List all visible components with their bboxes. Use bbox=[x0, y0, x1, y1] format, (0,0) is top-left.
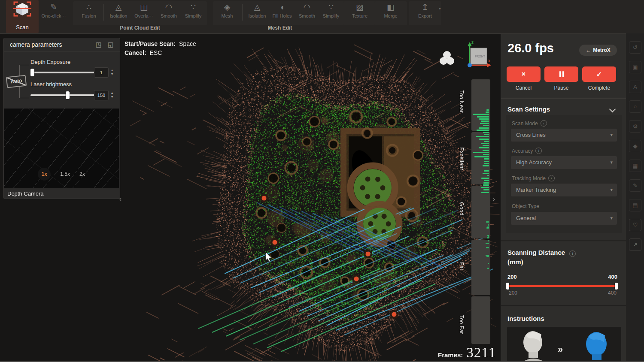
toolbar-export-button[interactable]: ↥ Export bbox=[413, 3, 437, 24]
depth-histogram-bar bbox=[486, 112, 489, 113]
cascade-windows-icon[interactable]: ◱ bbox=[108, 41, 114, 48]
toolbar-merge-button[interactable]: ◧ Merge bbox=[378, 3, 403, 24]
edit-icon[interactable]: ✎ bbox=[629, 179, 641, 192]
complete-scan-button[interactable]: ✓ bbox=[582, 66, 616, 82]
toolbar-mesh-isolation-button[interactable]: ◬ Isolation bbox=[245, 3, 270, 24]
nav-cube-face-label: FRONT bbox=[475, 55, 486, 58]
check-icon: ✓ bbox=[596, 70, 602, 78]
depth-histogram-bar bbox=[479, 127, 489, 129]
range-max-handle[interactable] bbox=[615, 283, 618, 290]
depth-exposure-label: Depth Exposure bbox=[30, 59, 70, 65]
toolbar-mesh-simplify-button[interactable]: ∵ Simplify bbox=[319, 3, 343, 24]
depth-exposure-slider[interactable] bbox=[30, 72, 95, 73]
toolbar-mesh-smooth-button[interactable]: ◠ Smooth bbox=[295, 3, 319, 24]
range-max-sub: 400 bbox=[608, 290, 617, 296]
share-icon[interactable]: ↗ bbox=[629, 238, 641, 251]
caret-down-icon: ▾ bbox=[610, 187, 613, 193]
depth-exposure-thumb[interactable] bbox=[30, 69, 34, 76]
depth-histogram-bar bbox=[473, 152, 489, 153]
nav-cube[interactable]: z FRONT x bbox=[465, 39, 491, 69]
scan-control-panel: 26.0 fps ← MetroX × ✓ Cancel Pause Compl… bbox=[500, 33, 627, 362]
smooth-icon: ◠ bbox=[165, 3, 173, 12]
terrain-icon[interactable]: ◆ bbox=[629, 140, 641, 152]
pause-scan-button[interactable] bbox=[544, 66, 578, 82]
instructions-title: Instructions bbox=[507, 315, 544, 322]
zoom-2x-button[interactable]: 2x bbox=[79, 171, 85, 177]
chevron-down-icon[interactable] bbox=[609, 106, 616, 113]
depth-histogram-bar bbox=[483, 165, 489, 166]
depth-exposure-value[interactable]: 1 bbox=[94, 67, 109, 78]
toolbar-one-click-button[interactable]: ✎ One-click··· bbox=[41, 3, 66, 24]
tracking-mode-select[interactable]: Marker Tracking▾ bbox=[511, 184, 617, 196]
isolation-icon: ◬ bbox=[254, 3, 261, 12]
overlap-icon: ◫ bbox=[140, 3, 148, 12]
depth-histogram-bar bbox=[480, 123, 489, 124]
scanning-distance-slider[interactable] bbox=[508, 285, 616, 287]
cancel-scan-button[interactable]: × bbox=[507, 66, 541, 82]
favorite-icon[interactable]: ♡ bbox=[629, 219, 641, 231]
laser-brightness-thumb[interactable] bbox=[66, 91, 70, 99]
toolbar-pc-simplify-button[interactable]: ∵ Simplify bbox=[181, 3, 206, 24]
depth-histogram-bar bbox=[483, 125, 489, 126]
record-icon[interactable]: ▣ bbox=[629, 61, 641, 73]
toolbar-separator bbox=[103, 4, 104, 21]
fill-holes-icon: ◖ bbox=[279, 3, 284, 12]
toolbar-pc-smooth-button[interactable]: ◠ Smooth bbox=[156, 3, 181, 24]
layers-icon[interactable]: ▤ bbox=[629, 199, 641, 211]
tracking-mode-label: Tracking Modei bbox=[512, 175, 555, 181]
capture-icon[interactable]: ↺ bbox=[629, 41, 641, 54]
complete-label: Complete bbox=[582, 85, 616, 91]
close-icon: × bbox=[522, 70, 526, 78]
metrox-back-button[interactable]: ← MetroX bbox=[579, 45, 617, 56]
scan-mode-select[interactable]: Cross Lines▾ bbox=[511, 129, 617, 142]
depth-histogram-bar bbox=[481, 178, 489, 179]
cancel-label: Cancel bbox=[507, 85, 541, 91]
depth-camera-label: Depth Camera bbox=[7, 190, 44, 197]
toolbar-fill-holes-button[interactable]: ◖ Fill Holes bbox=[270, 3, 295, 24]
toolbar-pc-isolation-button[interactable]: ◬ Isolation bbox=[106, 3, 131, 24]
expand-right-icon[interactable]: › bbox=[493, 195, 495, 202]
object-type-select[interactable]: General▾ bbox=[511, 212, 617, 225]
circle-select-icon[interactable]: ○ bbox=[629, 100, 641, 113]
object-type-label: Object Type bbox=[512, 203, 539, 209]
settings-icon[interactable]: ⚙ bbox=[629, 120, 641, 133]
toolbar-separator bbox=[242, 4, 243, 21]
auto-exposure-toggle[interactable]: Auto bbox=[6, 75, 27, 88]
tab-scan-label: Scan bbox=[16, 24, 29, 30]
toolbar-overlap-button[interactable]: ◫ Overla··· bbox=[131, 3, 156, 24]
laser-brightness-stepper[interactable]: ▴▾ bbox=[109, 90, 115, 100]
hint-cancel: Cancel:ESC bbox=[125, 49, 162, 56]
depth-histogram-bar bbox=[484, 161, 489, 162]
toolbar-fusion-button[interactable]: ∴ Fusion bbox=[76, 3, 101, 24]
one-click-icon: ✎ bbox=[50, 3, 57, 12]
depth-camera-preview: 1x 1.5x 2x bbox=[4, 109, 119, 188]
caret-down-icon: ▾ bbox=[610, 215, 613, 221]
text-icon[interactable]: A bbox=[629, 81, 641, 93]
scan-mode-label: Scan Modei bbox=[512, 120, 547, 127]
zoom-1-5x-button[interactable]: 1.5x bbox=[60, 171, 70, 177]
popout-icon[interactable]: ◳ bbox=[96, 41, 102, 48]
depth-exposure-stepper[interactable]: ▴▾ bbox=[109, 67, 115, 77]
laser-brightness-slider[interactable] bbox=[30, 94, 95, 96]
export-caret-icon[interactable]: ▾ bbox=[439, 6, 441, 11]
transform-arrows: » bbox=[558, 344, 563, 355]
camera-panel-header: camera parameters ◳ ◱ bbox=[4, 38, 120, 51]
scan-icon bbox=[12, 0, 32, 23]
toolbar-mesh-button[interactable]: ◈ Mesh bbox=[215, 3, 240, 24]
range-min-handle[interactable] bbox=[506, 283, 509, 290]
scan-settings-title: Scan Settings bbox=[507, 106, 550, 113]
toolbar-texture-button[interactable]: ▨ Texture bbox=[347, 3, 372, 24]
collapse-left-panel-icon[interactable]: ‹ bbox=[119, 195, 122, 202]
quality-label-far: Far bbox=[459, 262, 465, 271]
laser-brightness-label: Laser brightness bbox=[30, 81, 72, 87]
tab-scan[interactable]: Scan bbox=[6, 0, 39, 33]
info-icon: i bbox=[548, 175, 555, 181]
zoom-1x-button[interactable]: 1x bbox=[38, 168, 51, 181]
accuracy-select[interactable]: High Accuracy▾ bbox=[511, 156, 617, 169]
color-mode-icon[interactable] bbox=[438, 49, 456, 67]
grid-icon[interactable]: ▦ bbox=[629, 160, 641, 172]
depth-histogram-bar bbox=[484, 163, 489, 164]
depth-histogram-bar bbox=[486, 243, 489, 244]
depth-histogram-bar bbox=[477, 130, 489, 131]
laser-brightness-value[interactable]: 150 bbox=[94, 90, 109, 100]
